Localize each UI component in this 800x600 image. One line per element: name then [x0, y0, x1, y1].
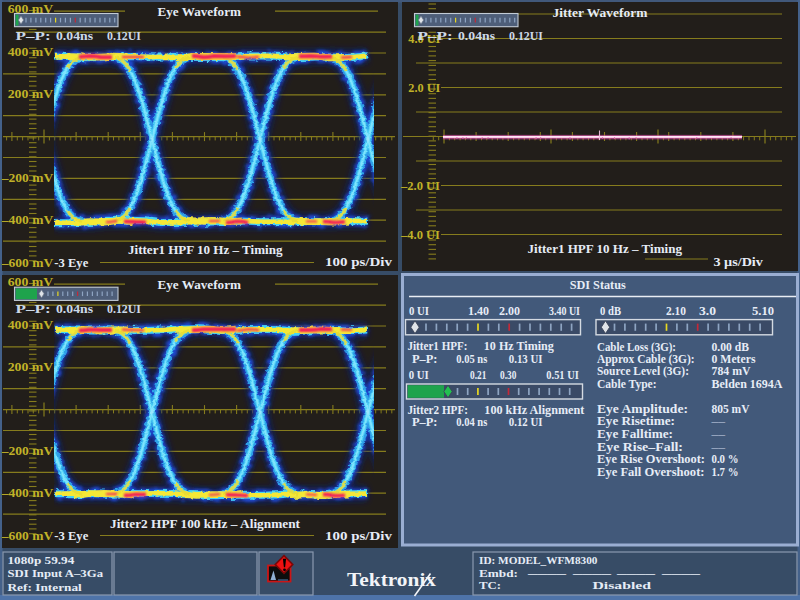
svg-text:0.04ns: 0.04ns [56, 302, 93, 316]
svg-text:100 ps/Div: 100 ps/Div [325, 529, 393, 543]
svg-text:-3 Eye: -3 Eye [54, 529, 88, 543]
svg-text:Disabled: Disabled [593, 579, 652, 591]
svg-text:0 UI: 0 UI [409, 305, 429, 317]
svg-text:P–P:: P–P: [16, 29, 51, 43]
svg-text:––––: –––– [615, 567, 656, 579]
svg-text:1080p 59.94: 1080p 59.94 [8, 554, 76, 566]
svg-text:2.00: 2.00 [499, 305, 520, 317]
svg-text:0.13 UI: 0.13 UI [509, 353, 543, 365]
svg-text:TC:: TC: [479, 579, 501, 591]
svg-text:Ref: Internal: Ref: Internal [8, 581, 82, 593]
svg-text:Embd:: Embd: [479, 567, 518, 579]
svg-text:0.12UI: 0.12UI [509, 29, 543, 43]
svg-text:P–P:: P–P: [412, 353, 438, 365]
svg-text:100 ps/Div: 100 ps/Div [325, 255, 393, 269]
svg-text:SDI Input A–3Ga: SDI Input A–3Ga [8, 567, 104, 579]
svg-text:0.21: 0.21 [470, 369, 487, 381]
svg-text:Jitter1 HPF 10 Hz – Timing: Jitter1 HPF 10 Hz – Timing [128, 243, 283, 257]
svg-text:P–P:: P–P: [418, 29, 453, 43]
svg-text:0.12 UI: 0.12 UI [509, 416, 543, 428]
svg-text:200 mV: 200 mV [8, 87, 54, 101]
svg-text:––: –– [710, 415, 725, 427]
svg-text:Eye Falltime:: Eye Falltime: [597, 428, 673, 441]
svg-text:–400 mV: –400 mV [1, 213, 54, 227]
svg-text:0 UI: 0 UI [409, 369, 429, 381]
svg-text:2.0 UI: 2.0 UI [408, 81, 440, 95]
svg-text:Jitter2 HPF 100 kHz – Alignmen: Jitter2 HPF 100 kHz – Alignment [110, 517, 301, 531]
svg-text:Tektronix: Tektronix [347, 569, 437, 590]
svg-text:P–P:: P–P: [412, 416, 438, 428]
svg-text:-3 Eye: -3 Eye [54, 256, 88, 270]
svg-text:Eye Rise–Fall:: Eye Rise–Fall: [597, 441, 683, 454]
svg-text:Approx Cable (3G):: Approx Cable (3G): [597, 353, 695, 366]
svg-text:805 mV: 805 mV [712, 403, 751, 415]
svg-text:0.30: 0.30 [500, 369, 517, 381]
svg-text:1.40: 1.40 [468, 305, 489, 317]
svg-text:100 kHz Alignment: 100 kHz Alignment [484, 404, 584, 417]
svg-text:1.7 %: 1.7 % [712, 466, 739, 478]
svg-text:––––: –––– [660, 567, 701, 579]
svg-text:Jitter1 HPF 10 Hz – Timing: Jitter1 HPF 10 Hz – Timing [528, 242, 683, 256]
svg-text:––: –– [710, 441, 725, 453]
svg-text:0 dB: 0 dB [600, 305, 621, 317]
svg-text:Eye Risetime:: Eye Risetime: [597, 415, 675, 428]
svg-text:Source Level (3G):: Source Level (3G): [597, 365, 689, 378]
svg-text:Belden 1694A: Belden 1694A [712, 378, 784, 390]
svg-text:400 mV: 400 mV [8, 45, 54, 59]
svg-text:Jitter Waveform: Jitter Waveform [553, 5, 648, 20]
svg-text:–4.0 UI: –4.0 UI [400, 228, 440, 242]
svg-text:Eye Fall Overshoot:: Eye Fall Overshoot: [597, 466, 705, 479]
svg-text:ID: MODEL_WFM8300: ID: MODEL_WFM8300 [479, 554, 598, 566]
svg-text:SDI Status: SDI Status [570, 278, 626, 292]
svg-text:5.10: 5.10 [752, 305, 774, 317]
svg-text:0.04ns: 0.04ns [56, 29, 93, 43]
svg-text:P–P:: P–P: [16, 302, 51, 316]
svg-text:200 mV: 200 mV [8, 360, 54, 374]
svg-text:Eye Amplitude:: Eye Amplitude: [597, 403, 688, 416]
svg-text:–200 mV: –200 mV [1, 171, 54, 185]
svg-text:–2.0 UI: –2.0 UI [400, 179, 440, 193]
svg-text:0.05 ns: 0.05 ns [456, 353, 487, 365]
svg-text:2.10: 2.10 [666, 305, 686, 317]
svg-text:Eye Waveform: Eye Waveform [158, 277, 242, 292]
svg-text:0.12UI: 0.12UI [107, 29, 141, 43]
svg-text:––: –– [710, 428, 725, 440]
svg-text:Eye Rise Overshoot:: Eye Rise Overshoot: [597, 453, 705, 466]
svg-text:Jitter1 HPF:: Jitter1 HPF: [408, 340, 468, 352]
svg-text:Jitter2 HPF:: Jitter2 HPF: [408, 404, 469, 416]
svg-text:3 µs/Div: 3 µs/Div [713, 255, 763, 269]
svg-text:0.04 ns: 0.04 ns [456, 416, 487, 428]
svg-text:––––: –––– [526, 567, 567, 579]
svg-text:Eye Waveform: Eye Waveform [158, 4, 242, 19]
svg-text:0.12UI: 0.12UI [107, 302, 141, 316]
svg-text:–200 mV: –200 mV [1, 444, 54, 458]
svg-text:3.0: 3.0 [699, 305, 716, 317]
svg-text:––––: –––– [571, 567, 612, 579]
svg-text:0 Meters: 0 Meters [712, 353, 757, 365]
svg-text:0.00 dB: 0.00 dB [712, 341, 750, 353]
svg-text:784 mV: 784 mV [712, 365, 752, 377]
svg-text:Cable Type:: Cable Type: [597, 378, 657, 391]
svg-text:Cable Loss (3G):: Cable Loss (3G): [597, 341, 676, 354]
svg-text:400 mV: 400 mV [8, 318, 54, 332]
svg-text:0.0 %: 0.0 % [712, 453, 739, 465]
svg-text:3.40 UI: 3.40 UI [549, 305, 580, 317]
svg-text:10 Hz Timing: 10 Hz Timing [484, 340, 554, 353]
svg-text:0.04ns: 0.04ns [458, 29, 495, 43]
svg-text:–600 mV: –600 mV [1, 529, 54, 543]
svg-text:–400 mV: –400 mV [1, 486, 54, 500]
svg-text:0.51 UI: 0.51 UI [546, 369, 579, 381]
svg-text:–600 mV: –600 mV [1, 256, 54, 270]
